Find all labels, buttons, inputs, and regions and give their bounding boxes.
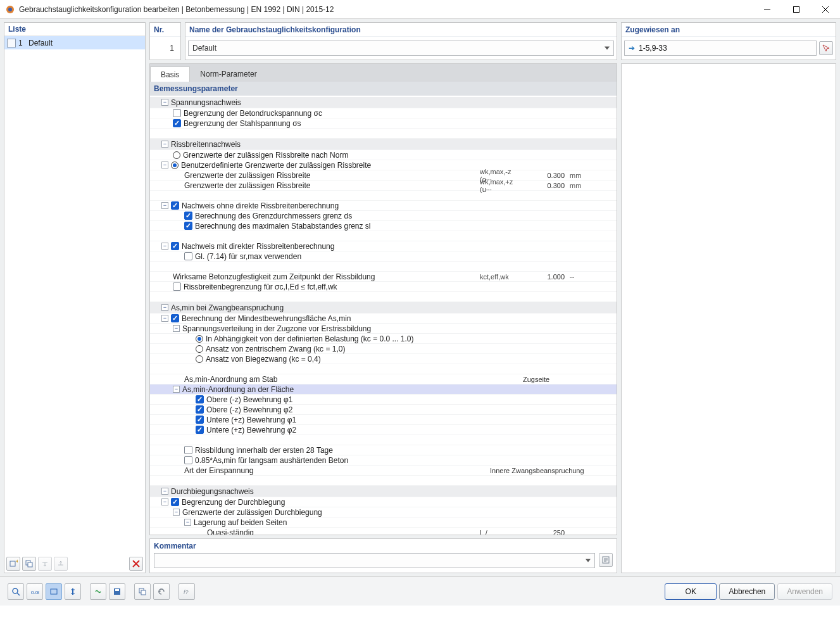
row-riss28[interactable]: Rissbildung innerhalb der ersten 28 Tage xyxy=(150,445,617,455)
radio[interactable] xyxy=(196,355,203,363)
value[interactable]: Innere Zwangsbeanspruchung xyxy=(490,467,617,474)
copy-button[interactable] xyxy=(22,557,36,571)
tree[interactable]: − Spannungsnachweis Begrenzung der Beton… xyxy=(150,96,617,535)
reset-button[interactable] xyxy=(134,583,151,600)
collapse-icon[interactable]: − xyxy=(161,141,168,148)
help-button[interactable] xyxy=(8,583,24,600)
row-untere1[interactable]: Untere (+z) Bewehrung φ1 xyxy=(150,415,617,425)
member-button[interactable] xyxy=(65,583,81,600)
collapse-icon[interactable]: − xyxy=(161,243,168,250)
checkbox[interactable] xyxy=(196,405,204,414)
checkbox[interactable] xyxy=(173,119,181,127)
row-grenz-minus[interactable]: Grenzwerte der zulässigen Rissbreite wk,… xyxy=(150,170,617,181)
radio[interactable] xyxy=(196,345,203,353)
row-spannvert[interactable]: −Spannungsverteilung in der Zugzone vor … xyxy=(150,324,617,334)
checkbox[interactable] xyxy=(196,426,204,434)
row-anord-stab[interactable]: As,min-Anordnung am Stab Zugseite xyxy=(150,374,617,384)
cancel-button[interactable]: Abbrechen xyxy=(719,583,775,600)
order-up-button[interactable] xyxy=(54,557,68,571)
row-mit[interactable]: −Nachweis mit direkter Rissbreitenberech… xyxy=(150,241,617,251)
checkbox[interactable] xyxy=(184,252,192,260)
tab-basis[interactable]: Basis xyxy=(150,67,190,82)
checkbox[interactable] xyxy=(196,416,204,424)
collapse-icon[interactable]: − xyxy=(161,202,168,209)
minimize-button[interactable] xyxy=(753,0,782,19)
checkbox[interactable] xyxy=(171,201,179,210)
comment-input[interactable] xyxy=(154,553,595,568)
value[interactable]: 1.000 xyxy=(523,273,567,281)
row-anord-flaeche[interactable]: −As,min-Anordnung an der Fläche xyxy=(150,384,617,395)
cat-riss[interactable]: − Rissbreitennachweis xyxy=(150,139,617,150)
comment-edit-button[interactable] xyxy=(599,553,613,567)
row-rissbegr[interactable]: Rissbreitenbegrenzung für σc,I,Ed ≤ fct,… xyxy=(150,282,617,292)
row-biege[interactable]: Ansatz von Biegezwang (kc = 0,4) xyxy=(150,354,617,364)
checkbox[interactable] xyxy=(184,222,192,230)
row-durch-grenz[interactable]: −Grenzwerte der zulässigen Durchbiegung xyxy=(150,507,617,517)
row-ohne[interactable]: −Nachweis ohne direkte Rissbreitenberech… xyxy=(150,201,617,211)
new-button[interactable]: ✶ xyxy=(6,557,20,571)
cat-spannung[interactable]: − Spannungsnachweis xyxy=(150,97,617,108)
checkbox[interactable] xyxy=(184,446,192,454)
cat-asmin[interactable]: − As,min bei Zwangbeanspruchung xyxy=(150,302,617,314)
row-begr-stahl[interactable]: Begrenzung der Stahlspannung σs xyxy=(150,118,617,129)
delete-button[interactable] xyxy=(129,557,143,571)
row-gl714[interactable]: Gl. (7.14) für sr,max verwenden xyxy=(150,251,617,262)
row-lager2[interactable]: −Lagerung auf beiden Seiten xyxy=(150,517,617,528)
row-obere2[interactable]: Obere (-z) Bewehrung φ2 xyxy=(150,405,617,415)
collapse-icon[interactable]: − xyxy=(161,99,168,106)
collapse-icon[interactable]: − xyxy=(161,488,168,495)
ok-button[interactable]: OK xyxy=(665,583,717,600)
value[interactable]: Zugseite xyxy=(523,376,617,383)
function-button[interactable]: f? xyxy=(179,583,195,600)
value[interactable]: 0.300 xyxy=(523,172,567,179)
row-wirks[interactable]: Wirksame Betonzugfestigkeit zum Zeitpunk… xyxy=(150,272,617,282)
apply-button[interactable]: Anwenden xyxy=(777,583,832,600)
row-benutzer[interactable]: −Benutzerdefinierte Grenzwerte der zuläs… xyxy=(150,160,617,170)
row-langsam[interactable]: 0.85*As,min für langsam aushärtenden Bet… xyxy=(150,455,617,466)
row-abh[interactable]: In Abhängigkeit von der definierten Bela… xyxy=(150,334,617,344)
collapse-icon[interactable]: − xyxy=(173,509,180,516)
pick-in-model-button[interactable] xyxy=(819,41,833,55)
collapse-icon[interactable]: − xyxy=(161,162,168,168)
row-quasi[interactable]: Quasi-ständig L / 250 xyxy=(150,528,617,535)
checkbox[interactable] xyxy=(184,212,192,220)
collapse-icon[interactable]: − xyxy=(161,304,168,311)
checkbox[interactable] xyxy=(173,282,181,291)
checkbox[interactable] xyxy=(171,314,179,322)
value[interactable]: 0.300 xyxy=(523,182,567,189)
cat-durch[interactable]: − Durchbiegungsnachweis xyxy=(150,486,617,497)
row-untere2[interactable]: Untere (+z) Bewehrung φ2 xyxy=(150,425,617,435)
assigned-input[interactable]: ➔ 1-5,9-33 xyxy=(624,41,817,56)
checkbox[interactable] xyxy=(196,395,204,403)
collapse-icon[interactable]: − xyxy=(161,498,168,505)
row-grenzdurch[interactable]: Berechnung des Grenzdurchmessers grenz d… xyxy=(150,211,617,221)
calculate-button[interactable] xyxy=(90,583,106,600)
close-button[interactable] xyxy=(811,0,840,19)
save-button[interactable] xyxy=(109,583,125,600)
checkbox[interactable] xyxy=(171,498,179,506)
radio[interactable] xyxy=(173,151,180,159)
radio[interactable] xyxy=(171,162,179,169)
collapse-icon[interactable]: − xyxy=(173,386,180,393)
collapse-icon[interactable]: − xyxy=(184,519,191,526)
checkbox[interactable] xyxy=(173,109,181,117)
maximize-button[interactable] xyxy=(782,0,811,19)
list-item[interactable]: 1 Default xyxy=(4,36,145,49)
order-down-button[interactable] xyxy=(38,557,52,571)
name-select[interactable]: Default xyxy=(188,41,614,56)
row-durch-begr[interactable]: −Begrenzung der Durchbiegung xyxy=(150,497,617,507)
view-button[interactable] xyxy=(46,583,62,600)
row-zentr[interactable]: Ansatz von zentrischem Zwang (kc = 1,0) xyxy=(150,344,617,354)
row-asmin-berech[interactable]: −Berechnung der Mindestbewehrungsfläche … xyxy=(150,314,617,324)
row-obere1[interactable]: Obere (-z) Bewehrung φ1 xyxy=(150,395,617,405)
checkbox[interactable] xyxy=(184,456,192,464)
tab-norm-parameter[interactable]: Norm-Parameter xyxy=(190,67,266,82)
row-maxstab[interactable]: Berechnung des maximalen Stababstandes g… xyxy=(150,221,617,231)
row-grenz-plus[interactable]: Grenzwerte der zulässigen Rissbreite wk,… xyxy=(150,181,617,191)
value[interactable]: 250 xyxy=(523,529,567,535)
units-button[interactable]: 0.00 xyxy=(27,583,43,600)
radio[interactable] xyxy=(196,335,203,343)
row-einspannung[interactable]: Art der Einspannung Innere Zwangsbeanspr… xyxy=(150,466,617,476)
collapse-icon[interactable]: − xyxy=(173,325,180,332)
undo-button[interactable] xyxy=(153,583,170,600)
